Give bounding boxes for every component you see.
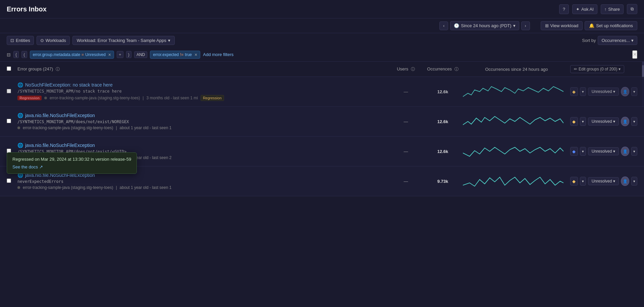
close-filters-button[interactable]: ×	[632, 50, 637, 59]
avatar-1[interactable]: 👤	[621, 87, 629, 96]
row-1-checkbox[interactable]	[7, 89, 11, 93]
row-checkbox-2[interactable]	[7, 119, 17, 124]
th-occurrences: Occurrences ⓘ	[423, 66, 463, 72]
sort-selector[interactable]: Occurrences... ▾	[598, 36, 637, 45]
row-checkbox-1[interactable]	[7, 89, 17, 94]
chevron-down-icon: ▾	[613, 119, 615, 124]
tooltip-popup: Regressed on Mar 29, 2024 at 13:30:32 in…	[7, 152, 137, 174]
filter-icon[interactable]: ⊟	[7, 52, 11, 57]
filter-chip-state[interactable]: error.group.metadata.state = Unresolved …	[30, 51, 114, 59]
bracket-close: )	[126, 51, 131, 58]
status-dropdown-4[interactable]: Unresolved ▾	[588, 177, 619, 185]
filter-chip-expected-close[interactable]: ×	[195, 52, 197, 57]
more-actions-2[interactable]: ▾	[631, 117, 637, 126]
add-filter-plus[interactable]: +	[117, 51, 123, 58]
select-all-checkbox[interactable]	[7, 66, 11, 71]
status-dropdown-2[interactable]: Unresolved ▾	[588, 117, 619, 125]
avatar-3[interactable]: 👤	[621, 147, 629, 156]
row-3-occurrences: 12.6k	[423, 149, 463, 154]
row-1-users: —	[389, 89, 423, 94]
row-4-title-area: 🌐 java.nio.file.NoSuchFileException neve…	[17, 172, 389, 190]
set-notifications-button[interactable]: 🔔 Set up notifications	[585, 21, 637, 30]
filter-and-label: AND	[134, 51, 147, 58]
row-2-age: about 1 year old - last seen 1	[120, 125, 172, 130]
row-2-path: /SYNTHETICS_MONITOR_APM/does/not/exist/N…	[17, 119, 389, 124]
entities-icon: ⊡	[10, 38, 14, 43]
add-more-filters-button[interactable]: Add more filters	[203, 52, 233, 57]
status-dropdown-3[interactable]: Unresolved ▾	[588, 147, 619, 155]
header-actions: ? ✦ Ask AI ↑ Share ⧉	[559, 4, 637, 14]
expand-button-3[interactable]: ▾	[580, 147, 586, 156]
row-3-actions: ◆ ▾ Unresolved ▾ 👤 ▾	[570, 147, 637, 156]
external-link-icon: ↗	[39, 164, 43, 169]
table-header: Error groups (247) ⓘ Users ⓘ Occurrences…	[0, 62, 644, 77]
th-checkbox	[7, 66, 17, 72]
bracket-open2: (	[21, 51, 27, 58]
status-dot	[17, 126, 20, 129]
ask-ai-button[interactable]: ✦ Ask AI	[572, 4, 597, 14]
row-1-actions: ◆ ▾ Unresolved ▾ 👤 ▾	[570, 87, 637, 96]
row-2-graph	[463, 111, 570, 132]
view-workload-button[interactable]: ⊞ View workload	[541, 21, 583, 30]
see-docs-link[interactable]: See the docs ↗	[12, 164, 131, 169]
row-2-checkbox[interactable]	[7, 119, 11, 123]
chevron-left-icon: ‹	[443, 23, 444, 28]
row-1-title[interactable]: NoSuchFileException: no stack trace here	[25, 82, 113, 88]
status-dot	[44, 97, 47, 99]
groups-info-icon[interactable]: ⓘ	[56, 67, 60, 71]
row-1-meta: Regression error-tracking-sample-java (s…	[17, 95, 389, 101]
row-4-meta: error-tracking-sample-java (staging.stg-…	[17, 185, 389, 190]
table-row: 🌐 java.nio.file.NoSuchFileException /SYN…	[0, 107, 644, 137]
expand-button-1[interactable]: ▾	[580, 87, 586, 96]
time-range-next[interactable]: ›	[521, 21, 530, 30]
workload-selector[interactable]: Workload: Error Tracking Team - Sample A…	[72, 36, 175, 45]
row-2-title-area: 🌐 java.nio.file.NoSuchFileException /SYN…	[17, 113, 389, 130]
page-title: Errors Inbox	[7, 5, 47, 13]
priority-button-2[interactable]: ◆	[570, 117, 578, 126]
row-3-title[interactable]: java.nio.file.NoSuchFileException	[25, 143, 95, 148]
more-actions-3[interactable]: ▾	[631, 147, 637, 156]
priority-button-3[interactable]: ◆	[570, 147, 578, 156]
expand-button-4[interactable]: ▾	[580, 177, 586, 186]
time-range-selector[interactable]: 🕐 Since 24 hours ago (PDT) ▾	[450, 21, 519, 30]
filter-bar: ⊟ { ( error.group.metadata.state = Unres…	[0, 48, 644, 62]
chevron-down-icon: ▾	[513, 23, 516, 28]
sort-by-area: Sort by Occurrences... ▾	[582, 36, 637, 45]
chevron-down-icon: ▾	[631, 38, 634, 43]
row-4-service: error-tracking-sample-java (staging.stg-…	[23, 185, 113, 190]
new-window-icon: ⧉	[631, 6, 634, 12]
row-checkbox-4[interactable]	[7, 178, 17, 184]
filter-chip-state-close[interactable]: ×	[108, 52, 111, 57]
occurrences-info-icon[interactable]: ⓘ	[454, 67, 459, 71]
scrollbar-thumb	[642, 65, 644, 79]
expand-button-2[interactable]: ▾	[580, 117, 586, 126]
priority-button-1[interactable]: ◆	[570, 87, 578, 96]
more-actions-1[interactable]: ▾	[631, 87, 637, 96]
entity-bar: ⊡ Entities ⊙ Workloads Workload: Error T…	[0, 33, 644, 48]
priority-button-4[interactable]: ◆	[570, 177, 578, 186]
time-range-prev[interactable]: ‹	[439, 21, 448, 30]
more-actions-4[interactable]: ▾	[631, 177, 637, 186]
status-dropdown-1[interactable]: Unresolved ▾	[588, 88, 619, 96]
row-2-users: —	[389, 119, 423, 124]
row-2-title[interactable]: java.nio.file.NoSuchFileException	[25, 113, 95, 118]
row-4-age: about 1 year old - last seen 1	[120, 185, 172, 190]
globe-icon: 🌐	[17, 82, 23, 88]
avatar-4[interactable]: 👤	[621, 176, 629, 186]
row-4-graph	[463, 171, 570, 191]
help-button[interactable]: ?	[559, 4, 569, 14]
edit-icon: ✏	[574, 67, 577, 71]
share-button[interactable]: ↑ Share	[601, 4, 624, 14]
time-range-bar: ‹ 🕐 Since 24 hours ago (PDT) ▾ › ⊞ View …	[0, 18, 644, 33]
entities-button[interactable]: ⊡ Entities	[7, 36, 34, 45]
avatar-2[interactable]: 👤	[621, 117, 629, 126]
filter-chip-expected[interactable]: error.expected != true ×	[150, 51, 200, 59]
row-4-checkbox[interactable]	[7, 178, 11, 183]
edit-groups-button[interactable]: ✏ Edit groups (0 of 200) ▾	[570, 65, 624, 73]
table-row: 🌐 NoSuchFileException: no stack trace he…	[0, 77, 644, 107]
workloads-button[interactable]: ⊙ Workloads	[37, 36, 70, 45]
regression-tooltip-label: Regression	[201, 95, 224, 101]
row-4-occurrences: 9.73k	[423, 179, 463, 184]
new-window-button[interactable]: ⧉	[627, 4, 637, 14]
users-info-icon[interactable]: ⓘ	[411, 67, 415, 71]
